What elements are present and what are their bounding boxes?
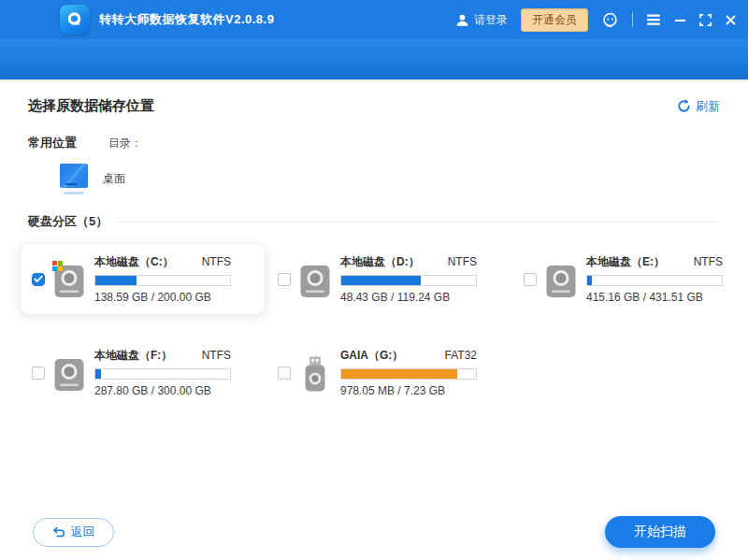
windows-badge-icon xyxy=(52,261,63,271)
hdd-icon xyxy=(54,358,84,392)
minimize-button[interactable] xyxy=(674,14,686,26)
app-logo-icon xyxy=(60,5,90,35)
usage-bar xyxy=(340,275,477,286)
filesystem-label: NTFS xyxy=(202,255,231,268)
filesystem-label: FAT32 xyxy=(445,349,477,362)
partition-card-3[interactable]: 本地磁盘（F:） NTFS 287.80 GB / 300.00 GB xyxy=(20,337,266,409)
partition-card-2[interactable]: 本地磁盘（E:） NTFS 415.16 GB / 431.51 GB xyxy=(511,243,748,315)
back-label: 返回 xyxy=(71,524,95,540)
scan-button[interactable]: 开始扫描 xyxy=(605,516,715,548)
desktop-icon xyxy=(60,164,88,194)
maximize-button[interactable] xyxy=(699,14,712,26)
usage-bar xyxy=(94,368,231,380)
vip-button[interactable]: 开通会员 xyxy=(521,8,588,32)
refresh-icon xyxy=(677,99,691,113)
filesystem-label: NTFS xyxy=(202,349,231,362)
usb-icon xyxy=(303,356,327,392)
partition-grid: 本地磁盘（C:） NTFS 138.59 GB / 200.00 GB xyxy=(20,243,720,409)
filesystem-label: NTFS xyxy=(448,255,477,268)
refresh-label: 刷新 xyxy=(696,98,720,115)
banner xyxy=(0,39,748,79)
drive-name: 本地磁盘（E:） xyxy=(586,254,665,270)
partition-checkbox[interactable] xyxy=(524,273,537,286)
desktop-label: 桌面 xyxy=(103,171,125,187)
back-button[interactable]: 返回 xyxy=(33,518,114,547)
hdd-icon xyxy=(300,265,330,298)
partition-checkbox[interactable] xyxy=(278,273,291,286)
app-window: 转转大师数据恢复软件V2.0.8.9 请登录 开通会员 xyxy=(0,0,748,409)
drive-name: 本地磁盘（F:） xyxy=(94,348,172,364)
titlebar: 转转大师数据恢复软件V2.0.8.9 请登录 开通会员 xyxy=(0,0,748,39)
hdd-icon xyxy=(546,265,576,298)
titlebar-divider xyxy=(632,12,633,27)
drive-size: 415.16 GB / 431.51 GB xyxy=(586,291,723,304)
partition-card-1[interactable]: 本地磁盘（D:） NTFS 48.43 GB / 119.24 GB xyxy=(266,243,511,315)
refresh-button[interactable]: 刷新 xyxy=(677,98,720,115)
partitions-label: 硬盘分区（5） xyxy=(28,213,108,230)
filesystem-label: NTFS xyxy=(694,255,723,268)
user-icon xyxy=(455,13,469,27)
usage-bar xyxy=(340,368,477,380)
drive-size: 978.05 MB / 7.23 GB xyxy=(340,384,477,397)
close-button[interactable] xyxy=(725,14,737,26)
usage-bar xyxy=(586,275,723,286)
partition-card-0[interactable]: 本地磁盘（C:） NTFS 138.59 GB / 200.00 GB xyxy=(20,243,266,315)
partition-checkbox[interactable] xyxy=(32,366,45,380)
usage-bar xyxy=(94,275,231,286)
drive-name: GAIA（G:） xyxy=(340,348,403,364)
drive-name: 本地磁盘（D:） xyxy=(340,254,420,270)
location-desktop[interactable]: 桌面 xyxy=(60,164,163,194)
partition-checkbox[interactable] xyxy=(278,366,291,380)
drive-size: 48.43 GB / 119.24 GB xyxy=(340,291,477,304)
support-icon[interactable] xyxy=(601,11,619,29)
back-arrow-icon xyxy=(52,526,65,538)
login-button[interactable]: 请登录 xyxy=(455,12,508,28)
partition-card-4[interactable]: GAIA（G:） FAT32 978.05 MB / 7.23 GB xyxy=(266,337,511,409)
directory-label: 目录： xyxy=(108,136,142,151)
drive-size: 138.59 GB / 200.00 GB xyxy=(94,291,231,304)
partition-checkbox[interactable] xyxy=(32,273,45,286)
common-locations-label: 常用位置 xyxy=(28,135,77,151)
content: 选择原数据储存位置 刷新 常用位置 目录： 桌面 硬盘分区（5） xyxy=(0,97,748,409)
login-label: 请登录 xyxy=(474,12,508,28)
footer: 返回 开始扫描 xyxy=(0,516,748,548)
menu-icon[interactable] xyxy=(646,13,661,26)
page-title: 选择原数据储存位置 xyxy=(28,97,154,115)
section-divider xyxy=(117,222,720,223)
drive-name: 本地磁盘（C:） xyxy=(94,254,174,270)
drive-size: 287.80 GB / 300.00 GB xyxy=(94,384,231,397)
app-title: 转转大师数据恢复软件V2.0.8.9 xyxy=(99,11,274,28)
